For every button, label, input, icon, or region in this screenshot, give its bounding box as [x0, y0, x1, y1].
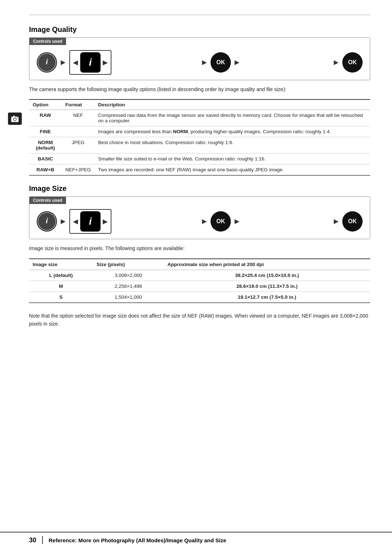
th-format: Format — [62, 99, 94, 110]
svg-rect-3 — [13, 116, 15, 117]
option-raw: RAW — [29, 110, 62, 126]
info-label-text-2: info — [193, 549, 199, 552]
table-row: M 2,256×1,496 28.6×19.0 cm (11.3×7.5 in.… — [29, 281, 370, 291]
ok-button-1[interactable]: OK — [211, 52, 231, 73]
image-quality-title: Image Quality — [29, 25, 370, 34]
th-description: Description — [94, 99, 370, 110]
info-button-1[interactable]: i info — [37, 52, 57, 73]
size-l: L (default) — [29, 270, 93, 281]
th-image-size: Image size — [29, 259, 93, 270]
table-row: NORM(default) JPEG Best choice in most s… — [29, 137, 370, 154]
option-norm: NORM(default) — [29, 137, 62, 154]
arrow-right-group-1: ▶ — [103, 58, 108, 66]
arrow-right-6: ► — [200, 217, 208, 226]
desc-rawb: Two images are recorded: one NEF (RAW) i… — [94, 164, 370, 176]
controls-content-1: i info ► ◀ i ▶ ► — [29, 45, 370, 80]
image-size-note: Note that the option selected for image … — [29, 312, 370, 328]
approx-s: 19.1×12.7 cm (7.5×5.0 in.) — [164, 291, 370, 303]
table-row: RAW+B NEF+JPEG Two images are recorded: … — [29, 164, 370, 176]
arrow-right-4: ► — [332, 58, 340, 67]
table-row: S 1,504×1,000 19.1×12.7 cm (7.5×5.0 in.) — [29, 291, 370, 303]
footer-page-number: 30 — [29, 536, 36, 544]
table-row: BASIC Smaller file size suited to e-mail… — [29, 154, 370, 164]
info-button-2[interactable]: i info — [37, 211, 57, 232]
info-i-text-2: i — [46, 217, 48, 225]
svg-rect-4 — [17, 117, 18, 118]
arrow-left-group-1: ◀ — [73, 58, 78, 66]
image-quality-body-text: The camera supports the following image … — [29, 85, 370, 93]
size-s: S — [29, 291, 93, 303]
image-quality-controls-box: Controls used i info ► ◀ — [29, 37, 370, 80]
approx-l: 38.2×25.4 cm (15.0×10.0 in.) — [164, 270, 370, 281]
th-option: Option — [29, 99, 62, 110]
pixels-l: 3,008×2,000 — [93, 270, 164, 281]
th-size-pixels: Size (pixels) — [93, 259, 164, 270]
table-row: RAW NEF Compressed raw data from the ima… — [29, 110, 370, 126]
arrow-right-8: ► — [332, 217, 340, 226]
footer-description: Reference: More on Photography (All Mode… — [49, 537, 226, 543]
desc-basic: Smaller file size suited to e-mail or th… — [94, 154, 370, 164]
arrow-right-3: ► — [233, 58, 241, 67]
desc-norm: Best choice in most situations. Compress… — [94, 137, 370, 154]
option-fine: FINE — [29, 126, 62, 137]
image-size-title: Image Size — [29, 184, 370, 193]
arrow-right-7: ► — [233, 217, 241, 226]
i-menu-button-1[interactable]: i — [80, 52, 101, 73]
pixels-m: 2,256×1,496 — [93, 281, 164, 291]
image-quality-table: Option Format Description RAW NEF Compre… — [29, 99, 370, 176]
arrow-left-group-2: ◀ — [73, 217, 78, 225]
option-rawb: RAW+B — [29, 164, 62, 176]
camera-icon — [8, 113, 22, 125]
format-jpeg-basic — [62, 154, 94, 164]
format-nef: NEF — [62, 110, 94, 126]
arrow-right-group-2: ▶ — [103, 217, 108, 225]
pixels-s: 1,504×1,000 — [93, 291, 164, 303]
desc-fine: Images are compressed less than NORM, pr… — [94, 126, 370, 137]
page: Image Quality Controls used i info ► — [0, 0, 392, 555]
desc-raw: Compressed raw data from the image senso… — [94, 110, 370, 126]
arrow-right-5: ► — [59, 217, 67, 226]
table-row: L (default) 3,008×2,000 38.2×25.4 cm (15… — [29, 270, 370, 281]
size-m: M — [29, 281, 93, 291]
footer: 30 Reference: More on Photography (All M… — [0, 532, 392, 544]
format-jpeg-fine — [62, 126, 94, 137]
arrow-right-1: ► — [59, 58, 67, 67]
i-button-group-2: ◀ i ▶ — [69, 209, 111, 234]
ok-button-4[interactable]: OK — [342, 211, 363, 232]
image-size-body-text: Image size is measured in pixels. The fo… — [29, 244, 370, 252]
option-basic: BASIC — [29, 154, 62, 164]
i-button-group-1: ◀ i ▶ — [69, 50, 111, 75]
table-row: FINE Images are compressed less than NOR… — [29, 126, 370, 137]
format-jpeg-norm: JPEG — [62, 137, 94, 154]
controls-used-label-1: Controls used — [29, 38, 66, 45]
footer-divider — [42, 536, 43, 544]
image-size-section: Image Size Controls used i info ► — [29, 184, 370, 328]
image-size-table: Image size Size (pixels) Approximate siz… — [29, 258, 370, 303]
image-size-controls-box: Controls used i info ► ◀ — [29, 196, 370, 239]
controls-content-2: i info ► ◀ i ▶ ► — [29, 204, 370, 239]
i-menu-button-2[interactable]: i — [80, 211, 101, 232]
th-approx-size: Approximate size when printed at 200 dpi — [164, 259, 370, 270]
ok-button-3[interactable]: OK — [211, 211, 231, 232]
svg-point-2 — [14, 118, 16, 121]
arrow-right-2: ► — [200, 58, 208, 67]
image-quality-section: Image Quality Controls used i info ► — [29, 25, 370, 176]
controls-used-label-2: Controls used — [29, 197, 66, 204]
approx-m: 28.6×19.0 cm (11.3×7.5 in.) — [164, 281, 370, 291]
ok-button-2[interactable]: OK — [342, 52, 363, 73]
top-border — [29, 15, 370, 15]
format-nef-jpeg: NEF+JPEG — [62, 164, 94, 176]
info-i-text: i — [46, 58, 48, 66]
